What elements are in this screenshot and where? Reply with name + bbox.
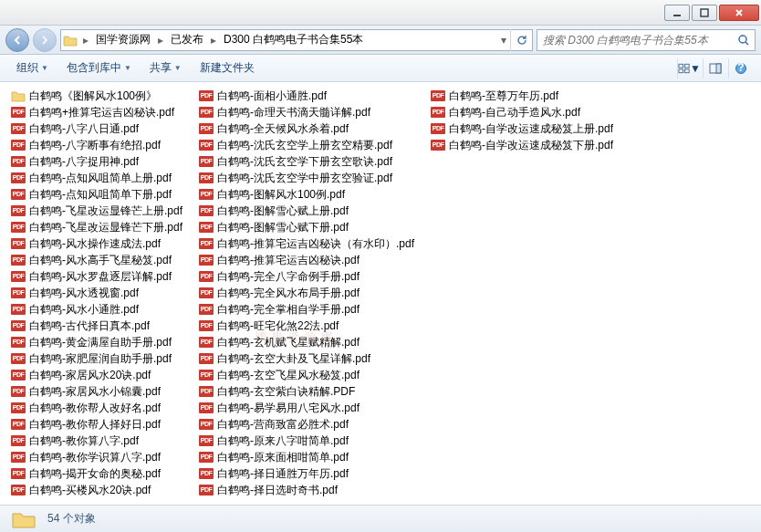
file-item[interactable]: PDF白鹤鸣-命理天书滴天髓详解.pdf xyxy=(199,104,414,120)
file-item[interactable]: PDF白鹤鸣-教你算八字.pdf xyxy=(11,433,182,449)
file-item[interactable]: PDF白鹤鸣-自学改运速成秘笈下册.pdf xyxy=(431,137,613,153)
file-list-pane[interactable]: 國學資源網 白鹤鸣《图解风水100例》PDF白鹤鸣+推算宅运吉凶秘诀.pdfPD… xyxy=(0,82,761,505)
file-item[interactable]: PDF白鹤鸣-风水小通胜.pdf xyxy=(11,301,182,318)
file-item[interactable]: PDF白鹤鸣-飞星改运显锋芒下册.pdf xyxy=(11,219,182,235)
organize-label: 组织 xyxy=(16,60,38,76)
search-box[interactable] xyxy=(537,29,756,51)
search-icon[interactable] xyxy=(733,34,755,47)
pdf-icon: PDF xyxy=(199,221,214,234)
file-item[interactable]: PDF白鹤鸣-风水透视窗.pdf xyxy=(11,285,182,301)
file-item[interactable]: PDF白鹤鸣-风水罗盘逐层详解.pdf xyxy=(11,268,182,285)
include-label: 包含到库中 xyxy=(67,60,121,76)
file-item[interactable]: PDF白鹤鸣-家居风水小锦囊.pdf xyxy=(11,383,182,400)
file-item[interactable]: PDF白鹤鸣-推算宅运吉凶秘诀（有水印）.pdf xyxy=(199,235,414,252)
file-item[interactable]: PDF白鹤鸣-揭开女命的奥秘.pdf xyxy=(11,465,182,482)
file-item[interactable]: PDF白鹤鸣-原来面相咁简单.pdf xyxy=(199,449,414,465)
file-item[interactable]: PDF白鹤鸣-营商致富必胜术.pdf xyxy=(199,416,414,433)
file-item[interactable]: PDF白鹤鸣-点知风咀简单上册.pdf xyxy=(11,170,182,186)
chevron-right-icon[interactable]: ▸ xyxy=(154,30,167,50)
file-item[interactable]: PDF白鹤鸣-风水操作速成法.pdf xyxy=(11,235,182,252)
refresh-button[interactable] xyxy=(510,29,532,51)
file-item[interactable]: PDF白鹤鸣+推算宅运吉凶秘诀.pdf xyxy=(11,104,182,120)
file-item[interactable]: PDF白鹤鸣-教你帮人改好名.pdf xyxy=(11,400,182,416)
file-item[interactable]: PDF白鹤鸣-买楼风水20诀.pdf xyxy=(11,482,182,498)
pdf-icon: PDF xyxy=(11,402,26,414)
breadcrumb-path[interactable]: ▸ 国学资源网 ▸ 已发布 ▸ D300 白鹤鸣电子书合集55本 ▾ xyxy=(60,29,533,51)
pdf-icon: PDF xyxy=(199,369,214,381)
file-item[interactable]: PDF白鹤鸣-自己动手造风水.pdf xyxy=(431,104,613,120)
file-item[interactable]: PDF白鹤鸣-完全掌相自学手册.pdf xyxy=(199,301,414,318)
file-item[interactable]: PDF白鹤鸣-玄空飞星风水秘笈.pdf xyxy=(199,367,414,383)
file-item[interactable]: PDF白鹤鸣-择日选时奇书.pdf xyxy=(199,482,414,498)
view-button[interactable]: ▼ xyxy=(677,58,701,78)
file-item[interactable]: PDF白鹤鸣-沈氏玄空学上册玄空精要.pdf xyxy=(199,137,414,153)
file-item[interactable]: PDF白鹤鸣-八字捉用神.pdf xyxy=(11,153,182,170)
window-titlebar xyxy=(0,0,761,26)
close-button[interactable] xyxy=(719,5,759,21)
file-item[interactable]: PDF白鹤鸣-至尊万年历.pdf xyxy=(431,88,613,104)
file-item[interactable]: PDF白鹤鸣-图解风水100例.pdf xyxy=(199,186,414,203)
file-item[interactable]: PDF白鹤鸣-古代择日真本.pdf xyxy=(11,318,182,334)
breadcrumb-item[interactable]: 国学资源网 xyxy=(92,30,154,50)
file-item[interactable]: PDF白鹤鸣-完全八字命例手册.pdf xyxy=(199,268,414,285)
pdf-icon: PDF xyxy=(199,451,214,464)
file-item[interactable]: PDF白鹤鸣-玄空大卦及飞星详解.pdf xyxy=(199,350,414,367)
file-item[interactable]: PDF白鹤鸣-择日通胜万年历.pdf xyxy=(199,465,414,482)
breadcrumb-item[interactable]: 已发布 xyxy=(167,30,207,50)
file-item[interactable]: PDF白鹤鸣-风水高手飞星秘笈.pdf xyxy=(11,252,182,268)
file-item[interactable]: PDF白鹤鸣-点知风咀简单下册.pdf xyxy=(11,186,182,203)
file-item[interactable]: PDF白鹤鸣-易学易用八宅风水.pdf xyxy=(199,400,414,416)
back-button[interactable] xyxy=(5,28,29,52)
minimize-button[interactable] xyxy=(664,5,690,21)
file-item[interactable]: PDF白鹤鸣-家肥屋润自助手册.pdf xyxy=(11,350,182,367)
file-item[interactable]: PDF白鹤鸣-图解雪心赋下册.pdf xyxy=(199,219,414,235)
chevron-down-icon[interactable]: ▾ xyxy=(497,30,510,50)
file-item[interactable]: PDF白鹤鸣-自学改运速成秘笈上册.pdf xyxy=(431,120,613,137)
pdf-icon: PDF xyxy=(11,254,26,266)
pdf-icon: PDF xyxy=(199,484,214,496)
newfolder-label: 新建文件夹 xyxy=(200,60,255,76)
search-input[interactable] xyxy=(537,34,733,47)
file-item[interactable]: PDF白鹤鸣-八字八日通.pdf xyxy=(11,120,182,137)
file-item[interactable]: PDF白鹤鸣-全天候风水杀着.pdf xyxy=(199,120,414,137)
pdf-icon: PDF xyxy=(431,122,445,135)
file-item[interactable]: PDF白鹤鸣-旺宅化煞22法.pdf xyxy=(199,318,414,334)
file-name: 白鹤鸣-揭开女命的奥秘.pdf xyxy=(29,465,161,482)
new-folder-button[interactable]: 新建文件夹 xyxy=(193,57,262,78)
file-name: 白鹤鸣-八字断事有绝招.pdf xyxy=(29,137,161,153)
pdf-icon: PDF xyxy=(11,204,26,217)
pdf-icon: PDF xyxy=(11,155,26,168)
file-name: 白鹤鸣-择日选时奇书.pdf xyxy=(217,482,338,498)
chevron-right-icon[interactable]: ▸ xyxy=(207,30,220,50)
folder-item[interactable]: 白鹤鸣《图解风水100例》 xyxy=(11,88,182,104)
file-item[interactable]: PDF白鹤鸣-推算宅运吉凶秘诀.pdf xyxy=(199,252,414,268)
file-item[interactable]: PDF白鹤鸣-沈氏玄空学下册玄空歌诀.pdf xyxy=(199,153,414,170)
file-item[interactable]: PDF白鹤鸣-教你学识算八字.pdf xyxy=(11,449,182,465)
help-button[interactable]: ? xyxy=(728,58,752,78)
pdf-icon: PDF xyxy=(431,139,445,151)
file-item[interactable]: PDF白鹤鸣-家居风水20诀.pdf xyxy=(11,367,182,383)
pdf-icon: PDF xyxy=(11,188,26,201)
forward-button[interactable] xyxy=(33,28,57,52)
file-name: 白鹤鸣-择日通胜万年历.pdf xyxy=(217,465,349,482)
file-item[interactable]: PDF白鹤鸣-面相小通胜.pdf xyxy=(199,88,414,104)
file-item[interactable]: PDF白鹤鸣-黄金满屋自助手册.pdf xyxy=(11,334,182,350)
file-item[interactable]: PDF白鹤鸣-玄机赋飞星赋精解.pdf xyxy=(199,334,414,350)
maximize-button[interactable] xyxy=(692,5,717,21)
file-item[interactable]: PDF白鹤鸣-图解雪心赋上册.pdf xyxy=(199,203,414,219)
file-item[interactable]: PDF白鹤鸣-原来八字咁简单.pdf xyxy=(199,433,414,449)
file-item[interactable]: PDF白鹤鸣-沈氏玄空学中册玄空验证.pdf xyxy=(199,170,414,186)
chevron-right-icon[interactable]: ▸ xyxy=(79,30,92,50)
breadcrumb-item[interactable]: D300 白鹤鸣电子书合集55本 xyxy=(220,30,367,50)
file-name: 白鹤鸣-命理天书滴天髓详解.pdf xyxy=(217,104,370,120)
file-item[interactable]: PDF白鹤鸣-完全风水布局手册.pdf xyxy=(199,285,414,301)
preview-pane-button[interactable] xyxy=(703,58,726,78)
include-menu[interactable]: 包含到库中 ▼ xyxy=(59,57,139,78)
file-name: 白鹤鸣-买楼风水20诀.pdf xyxy=(29,482,151,498)
file-item[interactable]: PDF白鹤鸣-八字断事有绝招.pdf xyxy=(11,137,182,153)
file-item[interactable]: PDF白鹤鸣-飞星改运显锋芒上册.pdf xyxy=(11,203,182,219)
file-item[interactable]: PDF白鹤鸣-教你帮人择好日.pdf xyxy=(11,416,182,433)
file-item[interactable]: PDF白鹤鸣-玄空紫白诀精解.PDF xyxy=(199,383,414,400)
organize-menu[interactable]: 组织 ▼ xyxy=(9,57,56,78)
share-menu[interactable]: 共享 ▼ xyxy=(142,57,189,78)
